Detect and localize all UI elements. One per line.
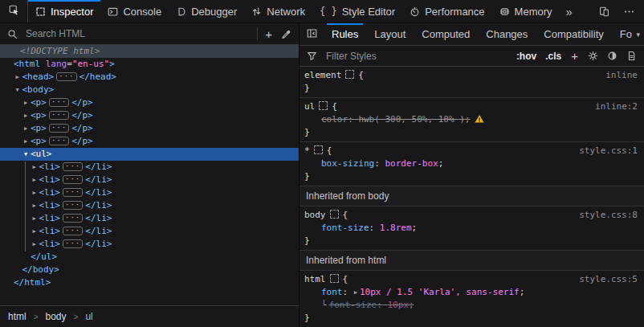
highlight-selector-icon[interactable] xyxy=(314,145,323,154)
inline-ellipsis-badge[interactable]: ··· xyxy=(49,98,69,107)
markup-row-p[interactable]: ▶<p>···</p> xyxy=(0,135,299,148)
collapse-arrow-icon[interactable]: ▼ xyxy=(14,84,22,96)
dark-theme-icon[interactable] xyxy=(605,51,619,61)
markup-row-body[interactable]: </body> xyxy=(0,264,299,276)
inline-ellipsis-badge[interactable]: ··· xyxy=(49,111,69,120)
declaration-font-size[interactable]: └font-size: 10px; xyxy=(304,299,639,312)
highlight-selector-icon[interactable] xyxy=(330,274,339,283)
markup-row-body[interactable]: ▼<body> xyxy=(0,84,299,96)
selector-text[interactable]: ul xyxy=(304,101,315,112)
stylesheet-source-link[interactable]: style.css:1 xyxy=(579,145,638,156)
inline-ellipsis-badge[interactable]: ··· xyxy=(63,188,83,197)
inline-ellipsis-badge[interactable]: ··· xyxy=(63,239,83,248)
expand-arrow-icon[interactable]: ▶ xyxy=(22,109,30,122)
light-theme-icon[interactable] xyxy=(586,51,600,61)
inline-ellipsis-badge[interactable]: ··· xyxy=(56,72,76,81)
print-media-icon[interactable] xyxy=(625,51,638,61)
markup-row-li[interactable]: ▶<li>···</li> xyxy=(0,161,299,174)
sidebar-toggle-icon xyxy=(307,28,317,41)
markup-row-ul[interactable]: </ul> xyxy=(0,251,299,264)
tab-performance[interactable]: Performance xyxy=(402,0,491,22)
meatball-menu-icon[interactable] xyxy=(622,6,636,17)
sidebar-tabs-dropdown-icon[interactable]: ▾ xyxy=(636,23,644,45)
tab-debugger[interactable]: Debugger xyxy=(169,0,244,22)
markup-row-li[interactable]: ▶<li>···</li> xyxy=(0,212,299,225)
tab-inspector[interactable]: Inspector xyxy=(28,0,100,22)
search-input[interactable] xyxy=(24,27,252,40)
expand-arrow-icon[interactable]: ▶ xyxy=(14,71,22,84)
add-node-button[interactable]: + xyxy=(263,28,275,40)
tab-rules[interactable]: Rules xyxy=(324,23,366,45)
tab-memory[interactable]: Memory xyxy=(492,0,560,22)
expand-arrow-icon[interactable]: ▶ xyxy=(22,135,30,148)
markup-row-ul[interactable]: ▼<ul> xyxy=(0,148,299,161)
stylesheet-source-link[interactable]: style.css:5 xyxy=(579,274,638,284)
breadcrumb-item-html[interactable]: html xyxy=(8,311,26,322)
declaration-color[interactable]: color: hwb( 300, 50%, 10% ); xyxy=(304,113,639,126)
highlight-selector-icon[interactable] xyxy=(345,70,354,79)
selector-text[interactable]: element xyxy=(304,70,341,80)
tab-layout[interactable]: Layout xyxy=(366,23,414,45)
inline-ellipsis-badge[interactable]: ··· xyxy=(63,214,83,223)
toolbar-right xyxy=(597,0,644,22)
tab-compatibility[interactable]: Compatibility xyxy=(536,23,611,45)
inline-ellipsis-badge[interactable]: ··· xyxy=(63,175,83,184)
tab-fo[interactable]: Fo xyxy=(612,23,632,45)
pseudo-class-button[interactable]: :hov xyxy=(515,51,538,62)
markup-row-li[interactable]: ▶<li>···</li> xyxy=(0,225,299,238)
expand-arrow-icon[interactable]: ▶ xyxy=(31,161,39,174)
tab-changes[interactable]: Changes xyxy=(478,23,536,45)
selector-text[interactable]: html xyxy=(304,274,326,284)
markup-row-html[interactable]: <html lang="en-us"> xyxy=(0,58,299,71)
sidebar-toggle-button[interactable] xyxy=(300,23,324,45)
inline-ellipsis-badge[interactable]: ··· xyxy=(63,201,83,210)
responsive-mode-icon[interactable] xyxy=(597,6,611,17)
stylesheet-source-link[interactable]: inline xyxy=(605,70,638,80)
breadcrumb-item-body[interactable]: body xyxy=(46,311,67,322)
expand-arrow-icon[interactable]: ▶ xyxy=(31,212,39,225)
tab-network[interactable]: Network xyxy=(244,0,312,22)
markup-row-li[interactable]: ▶<li>···</li> xyxy=(0,174,299,186)
expand-shorthand-icon[interactable]: ▶ xyxy=(354,286,357,299)
highlight-selector-icon[interactable] xyxy=(330,210,339,219)
markup-row-p[interactable]: ▶<p>···</p> xyxy=(0,122,299,135)
expand-arrow-icon[interactable]: ▶ xyxy=(31,225,39,238)
markup-row-p[interactable]: ▶<p>···</p> xyxy=(0,109,299,122)
markup-row-p[interactable]: ▶<p>···</p> xyxy=(0,96,299,109)
declaration-font-size[interactable]: font-size: 1.8rem; xyxy=(304,222,639,235)
class-button[interactable]: .cls xyxy=(544,51,563,62)
declaration-font[interactable]: font: ▶10px / 1.5 'Karla', sans-serif; xyxy=(304,286,639,299)
highlight-selector-icon[interactable] xyxy=(319,101,328,110)
markup-row-li[interactable]: ▶<li>···</li> xyxy=(0,199,299,212)
add-rule-button[interactable]: + xyxy=(569,50,581,62)
expand-arrow-icon[interactable]: ▶ xyxy=(22,122,30,135)
tab-computed[interactable]: Computed xyxy=(414,23,478,45)
markup-row-html[interactable]: </html> xyxy=(0,276,299,289)
tab-console[interactable]: Console xyxy=(100,0,169,22)
declaration-box-sizing[interactable]: box-sizing: border-box; xyxy=(304,157,639,170)
markup-row-li[interactable]: ▶<li>···</li> xyxy=(0,238,299,251)
selector-text[interactable]: * xyxy=(304,145,310,156)
filter-styles-input[interactable] xyxy=(324,50,509,63)
inline-ellipsis-badge[interactable]: ··· xyxy=(63,162,83,171)
expand-arrow-icon[interactable]: ▶ xyxy=(31,199,39,212)
tab-style-editor[interactable]: { }Style Editor xyxy=(312,0,402,22)
expand-arrow-icon[interactable]: ▶ xyxy=(22,96,30,109)
inline-ellipsis-badge[interactable]: ··· xyxy=(63,227,83,235)
expand-arrow-icon[interactable]: ▶ xyxy=(31,186,39,199)
inline-ellipsis-badge[interactable]: ··· xyxy=(49,137,69,145)
collapse-arrow-icon[interactable]: ▼ xyxy=(22,148,30,161)
eyedropper-icon[interactable] xyxy=(279,29,293,39)
stylesheet-source-link[interactable]: style.css:8 xyxy=(579,210,638,220)
inline-ellipsis-badge[interactable]: ··· xyxy=(49,124,69,133)
pick-element-button[interactable] xyxy=(0,0,28,22)
breadcrumb-item-ul[interactable]: ul xyxy=(85,311,92,322)
stylesheet-source-link[interactable]: inline:2 xyxy=(595,101,638,112)
markup-row-head[interactable]: ▶<head>···</head> xyxy=(0,71,299,84)
markup-row-li[interactable]: ▶<li>···</li> xyxy=(0,186,299,199)
markup-row-doctype[interactable]: <!DOCTYPE html> xyxy=(0,45,299,58)
selector-text[interactable]: body xyxy=(304,210,326,220)
more-tabs-button[interactable]: » xyxy=(560,0,579,22)
expand-arrow-icon[interactable]: ▶ xyxy=(31,174,39,186)
expand-arrow-icon[interactable]: ▶ xyxy=(31,238,39,251)
